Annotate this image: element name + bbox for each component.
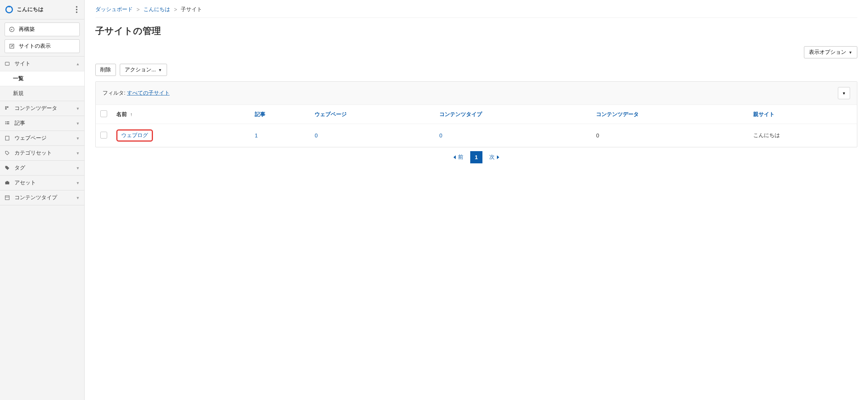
sidebar-nav: サイト ▲ 一覧 新規 コンテンツデータ ▼ (0, 56, 84, 205)
svg-rect-2 (5, 62, 10, 65)
pagination-next[interactable]: 次 (489, 154, 499, 161)
entries-icon (5, 121, 11, 126)
nav-group-site: サイト ▲ 一覧 新規 (0, 56, 84, 101)
chevron-down-icon: ▼ (158, 68, 162, 72)
site-switcher[interactable]: こんにちは (5, 5, 43, 14)
highlighted-annotation: ウェブログ (116, 129, 153, 142)
display-options-button[interactable]: 表示オプション ▼ (804, 46, 857, 58)
nav-item-entries[interactable]: 記事 ▼ (0, 116, 84, 131)
sidebar-more-button[interactable] (74, 4, 80, 15)
sidebar-header: こんにちは (0, 0, 84, 19)
pagination-next-label: 次 (489, 154, 495, 161)
filter-bar: フィルタ: すべての子サイト ▼ (96, 82, 857, 105)
nav-content-data-label: コンテンツデータ (14, 105, 57, 112)
chevron-down-icon: ▼ (76, 136, 80, 140)
rebuild-label: 再構築 (19, 26, 35, 33)
main-content: ダッシュボード > こんにちは > 子サイト 子サイトの管理 表示オプション ▼… (85, 0, 868, 400)
nav-item-category-sets[interactable]: カテゴリセット ▼ (0, 146, 84, 160)
category-icon (5, 150, 11, 156)
svg-rect-9 (6, 123, 9, 124)
actions-label: アクション... (125, 66, 156, 73)
svg-rect-12 (6, 181, 8, 182)
filter-toggle-button[interactable]: ▼ (838, 87, 850, 99)
child-sites-table: 名前 ↑ 記事 ウェブページ コンテンツタイプ コンテンツデータ 親サイト (96, 105, 857, 147)
logo-icon (5, 5, 14, 14)
nav-item-pages[interactable]: ウェブページ ▼ (0, 131, 84, 145)
sort-ascending-icon: ↑ (130, 112, 132, 117)
site-name: こんにちは (17, 6, 43, 13)
chevron-down-icon: ▼ (76, 106, 80, 111)
site-icon (5, 61, 11, 66)
table-container: フィルタ: すべての子サイト ▼ 名前 ↑ (95, 81, 857, 147)
rebuild-button[interactable]: 再構築 (5, 23, 80, 36)
nav-item-content-types[interactable]: コンテンツタイプ ▼ (0, 190, 84, 205)
row-checkbox[interactable] (100, 132, 107, 139)
svg-rect-3 (5, 106, 7, 108)
chevron-down-icon: ▼ (76, 181, 80, 185)
column-header-pages[interactable]: ウェブページ (310, 105, 435, 124)
delete-button[interactable]: 削除 (95, 64, 116, 76)
actions-dropdown[interactable]: アクション... ▼ (120, 64, 167, 76)
chevron-down-icon: ▼ (842, 91, 846, 95)
site-name-link[interactable]: ウェブログ (121, 132, 148, 138)
svg-rect-8 (5, 123, 6, 124)
entries-count-link[interactable]: 1 (255, 132, 258, 139)
chevron-down-icon: ▼ (849, 50, 852, 55)
column-header-content-types[interactable]: コンテンツタイプ (435, 105, 592, 124)
parent-site-name: こんにちは (749, 124, 857, 147)
breadcrumb-sep: > (174, 6, 177, 13)
view-site-label: サイトの表示 (19, 43, 51, 50)
svg-rect-10 (5, 136, 9, 140)
column-header-entries[interactable]: 記事 (250, 105, 310, 124)
pagination: 前 1 次 (95, 151, 857, 163)
svg-rect-6 (5, 121, 6, 122)
pages-count-link[interactable]: 0 (315, 132, 318, 139)
display-options-label: 表示オプション (809, 49, 846, 56)
chevron-down-icon: ▼ (76, 196, 80, 200)
rebuild-icon (9, 26, 15, 32)
nav-assets-label: アセット (14, 179, 36, 186)
svg-rect-13 (5, 196, 10, 200)
nav-item-site-new[interactable]: 新規 (0, 86, 84, 101)
nav-tags-label: タグ (14, 165, 25, 171)
select-all-checkbox[interactable] (100, 110, 107, 117)
column-header-parent[interactable]: 親サイト (749, 105, 857, 124)
chevron-down-icon: ▼ (76, 166, 80, 170)
nav-item-site-list[interactable]: 一覧 (0, 71, 84, 86)
nav-item-site[interactable]: サイト ▲ (0, 56, 84, 71)
sidebar-actions: 再構築 サイトの表示 (0, 19, 84, 56)
view-site-button[interactable]: サイトの表示 (5, 39, 80, 53)
chevron-up-icon: ▲ (76, 62, 80, 66)
svg-rect-7 (6, 121, 9, 122)
breadcrumb-site[interactable]: こんにちは (143, 6, 170, 13)
column-header-name[interactable]: 名前 ↑ (112, 105, 250, 124)
filter-label: フィルタ: (103, 90, 125, 97)
nav-item-assets[interactable]: アセット ▼ (0, 176, 84, 190)
content-data-count: 0 (592, 124, 748, 147)
breadcrumb-dashboard[interactable]: ダッシュボード (95, 6, 133, 13)
pagination-current-page[interactable]: 1 (470, 151, 482, 163)
content-types-icon (5, 195, 11, 200)
pagination-prev[interactable]: 前 (453, 154, 463, 161)
nav-entries-label: 記事 (14, 120, 25, 127)
nav-item-tags[interactable]: タグ ▼ (0, 161, 84, 175)
delete-label: 削除 (100, 66, 111, 73)
nav-item-content-data[interactable]: コンテンツデータ ▼ (0, 101, 84, 116)
svg-rect-4 (7, 106, 8, 108)
pages-icon (5, 135, 11, 141)
breadcrumb: ダッシュボード > こんにちは > 子サイト (95, 5, 857, 18)
content-types-count-link[interactable]: 0 (439, 132, 442, 139)
chevron-down-icon: ▼ (76, 151, 80, 155)
triangle-right-icon (497, 155, 499, 159)
nav-site-label: サイト (14, 60, 31, 67)
breadcrumb-current: 子サイト (181, 6, 202, 13)
filter-current[interactable]: すべての子サイト (127, 90, 170, 97)
triangle-left-icon (453, 155, 456, 159)
breadcrumb-sep: > (137, 6, 140, 13)
pagination-prev-label: 前 (458, 154, 463, 161)
chevron-down-icon: ▼ (76, 121, 80, 126)
nav-content-types-label: コンテンツタイプ (14, 194, 57, 201)
column-name-label: 名前 (116, 111, 127, 117)
assets-icon (5, 180, 11, 185)
column-header-content-data[interactable]: コンテンツデータ (592, 105, 748, 124)
